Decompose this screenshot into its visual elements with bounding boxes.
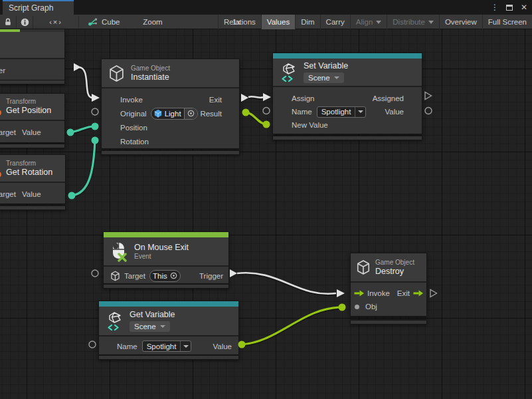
port-rotation-in[interactable]	[92, 137, 99, 144]
object-picker-icon	[170, 272, 177, 279]
node-get-variable[interactable]: Get Variable Scene Name Spotlight Value	[98, 301, 239, 355]
port-value-out[interactable]	[67, 129, 74, 136]
event-colorbar	[104, 232, 228, 237]
variable-name-dropdown[interactable]: Spotlight	[142, 340, 192, 352]
port-new-value-in[interactable]	[263, 121, 270, 128]
node-set-variable[interactable]: Set Variable Scene Assign Assigned Name …	[272, 53, 422, 134]
port-exit-out[interactable]	[241, 94, 248, 102]
wire-control-trigger-destroy[interactable]	[237, 273, 336, 294]
graph-canvas[interactable]: Trigger Transform Get Position Target Va…	[0, 29, 532, 399]
port-invoke-in[interactable]	[92, 94, 100, 102]
variable-kind-value: Scene	[308, 74, 330, 82]
node-header	[0, 32, 64, 58]
node-on-mouse-exit[interactable]: On Mouse Exit Event Target This	[103, 231, 229, 284]
rotation-port-label: Rotation	[120, 138, 149, 146]
chevron-down-icon	[428, 21, 434, 24]
variable-kind-dropdown[interactable]: Scene	[130, 321, 170, 332]
wire-value-result-newvalue[interactable]	[246, 112, 266, 124]
variable-kind-dropdown[interactable]: Scene	[304, 72, 344, 83]
event-colorbar	[0, 29, 20, 32]
chevron-down-icon	[160, 325, 165, 328]
overview-button[interactable]: Overview	[439, 15, 482, 29]
node-instantiate[interactable]: Game Object Instantiate Invoke Exit Orig…	[101, 59, 240, 149]
port-position-in[interactable]	[92, 123, 99, 130]
values-button[interactable]: Values	[261, 15, 295, 29]
object-picker-button[interactable]	[184, 108, 197, 119]
node-title: On Mouse Exit	[134, 243, 189, 253]
variable-name-dropdown[interactable]: Spotlight	[317, 106, 367, 118]
relations-button[interactable]: Relations	[218, 15, 261, 29]
port-name-in[interactable]	[263, 108, 270, 114]
assign-port-label: Assign	[292, 94, 315, 102]
wire-value-position[interactable]	[70, 126, 95, 132]
port-obj-in[interactable]	[339, 304, 346, 311]
dim-button[interactable]: Dim	[295, 15, 319, 29]
menu-kebab-icon[interactable]: ⋮	[489, 2, 500, 13]
cube-icon	[110, 271, 120, 281]
port-trigger-out[interactable]	[74, 63, 81, 71]
variable-name-value: Spotlight	[317, 108, 355, 116]
value-port-label: Value	[22, 190, 41, 198]
port-value-out[interactable]	[238, 341, 246, 348]
port-trigger-out[interactable]	[230, 269, 237, 277]
trigger-port-label: Trigger	[199, 272, 223, 280]
node-get-position[interactable]: Transform Get Position Target Value	[0, 93, 65, 143]
variable-name-value: Spotlight	[143, 342, 181, 350]
wire-value-rotation[interactable]	[72, 140, 95, 196]
node-get-rotation[interactable]: Transform Get Rotation Target Value	[0, 154, 66, 204]
wire-control-trigger-invoke[interactable]	[78, 67, 92, 98]
tab-bar: Script Graph ⋮ ✕	[0, 0, 532, 15]
obj-port-label: Obj	[365, 303, 377, 311]
lock-button[interactable]	[0, 15, 16, 29]
port-name-in[interactable]	[89, 341, 96, 348]
flow-arrow-icon	[412, 290, 424, 297]
port-value-out[interactable]	[425, 108, 432, 114]
mouse-event-icon	[110, 241, 128, 262]
wire-control-exit-assign[interactable]	[248, 96, 263, 98]
node-footer	[0, 80, 65, 84]
graph-target[interactable]: Cube	[88, 15, 128, 29]
exit-port-label: Exit	[397, 289, 410, 297]
variable-icon	[106, 311, 124, 331]
variable-kind-value: Scene	[134, 323, 156, 331]
object-picker-button[interactable]	[170, 271, 180, 281]
graph-icon	[88, 17, 98, 27]
port-assign-in[interactable]	[263, 93, 271, 101]
flow-arrow-icon	[353, 290, 365, 297]
maximize-icon[interactable]	[504, 2, 515, 13]
chevron-down-icon	[334, 76, 339, 79]
port-assigned-out[interactable]	[425, 92, 432, 100]
port-value-out[interactable]	[68, 192, 76, 200]
value-port-label: Value	[385, 108, 404, 116]
port-invoke-in[interactable]	[337, 289, 345, 297]
node-title: Instantiate	[131, 72, 170, 82]
tab-script-graph[interactable]: Script Graph	[3, 0, 74, 15]
node-footer	[350, 320, 427, 325]
node-title: Get Position	[6, 106, 51, 116]
invoke-port-label: Invoke	[367, 289, 390, 297]
node-partial-event[interactable]: Trigger	[0, 29, 65, 80]
variable-icon	[280, 63, 298, 82]
chevron-down-icon	[376, 21, 381, 24]
align-dropdown[interactable]: Align	[350, 15, 387, 29]
carry-button[interactable]: Carry	[320, 15, 350, 29]
value-port-dot-icon	[355, 305, 359, 309]
port-target-in[interactable]	[92, 270, 98, 277]
port-layer	[0, 29, 532, 399]
port-original-in[interactable]	[92, 108, 98, 115]
code-brackets-icon: ‹×›	[49, 18, 62, 26]
port-exit-out[interactable]	[430, 290, 437, 297]
object-field-this[interactable]: This	[149, 270, 181, 282]
variable-colorbar	[99, 301, 238, 307]
close-icon[interactable]: ✕	[519, 2, 529, 13]
fullscreen-button[interactable]: Full Screen	[482, 15, 532, 29]
distribute-dropdown[interactable]: Distribute	[387, 15, 439, 29]
edit-graph-button[interactable]: ‹×›	[33, 15, 78, 29]
assigned-port-label: Assigned	[373, 94, 404, 102]
object-field-value: Light	[165, 110, 181, 118]
object-field-light[interactable]: Light	[151, 108, 198, 120]
info-button[interactable]	[17, 15, 33, 29]
wire-value-variable-obj[interactable]	[242, 307, 342, 344]
port-result-out[interactable]	[242, 109, 250, 116]
node-destroy[interactable]: Game Object Destroy Invoke Exit	[350, 253, 427, 317]
